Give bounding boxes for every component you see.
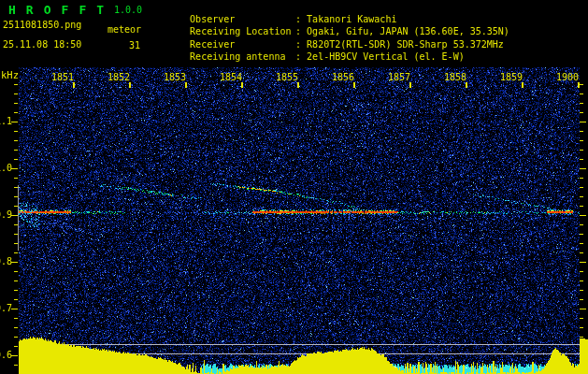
mode-label: meteor (108, 24, 141, 35)
freq-axis-unit: kHz (1, 69, 19, 80)
time-tick-label: 1855 (273, 72, 298, 83)
observation-datetime: 25.11.08 18:50 (3, 39, 81, 50)
output-filename: 2511081850.png (3, 20, 81, 30)
app-version: 1.0.0 (114, 5, 142, 15)
info-row-antenna: Receiving antenna:2el-HB9CV Vertical (el… (167, 41, 465, 52)
freq-tick-label: 0.9 (0, 209, 12, 221)
time-tick-label: 1859 (497, 72, 523, 83)
freq-tick-label: 1.1 (0, 116, 12, 127)
time-tick-label: 1851 (49, 72, 74, 83)
echo-count: 31 (129, 40, 140, 50)
freq-tick-label: 0.7 (0, 303, 12, 314)
app-title: H R O F F T (8, 3, 106, 17)
info-separator: : (295, 51, 307, 62)
time-tick-label: 1856 (329, 72, 354, 83)
freq-tick-label: 0.6 (0, 350, 12, 361)
time-tick-label: 1853 (161, 72, 186, 83)
freq-tick-label: 0.8 (0, 256, 12, 267)
info-row-receiver: Receiver:R820T2(RTL-SDR) SDR-Sharp 53.37… (167, 29, 504, 40)
info-row-location: Receiving Location:Ogaki, Gifu, JAPAN (1… (167, 16, 509, 27)
time-tick-label: 1854 (217, 72, 242, 83)
freq-tick-label: 1.0 (0, 163, 12, 174)
time-tick-label: 1900 (553, 72, 579, 83)
time-tick-label: 1857 (385, 72, 410, 83)
hrofft-screen: H R O F F T 1.0.0 2511081850.png meteor … (0, 0, 588, 374)
time-tick-label: 1858 (441, 72, 466, 83)
info-row-observer: Observer:Takanori Kawachi (167, 4, 396, 15)
info-value: 2el-HB9CV Vertical (el. E-W) (307, 51, 465, 62)
time-tick-label: 1852 (105, 72, 130, 83)
info-label: Receiving antenna (190, 51, 295, 62)
